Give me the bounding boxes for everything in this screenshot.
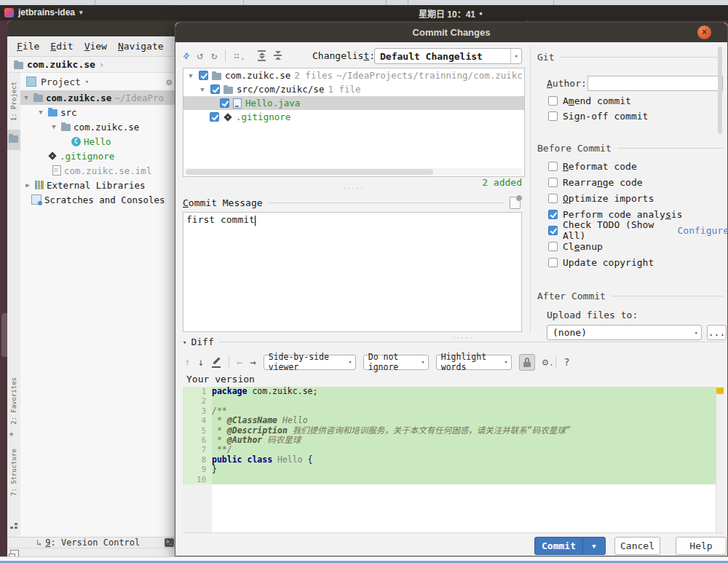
checkbox[interactable]: [548, 242, 558, 251]
diff-editor[interactable]: 1package com.zuikc.se;23/**4 * @ClassNam…: [183, 387, 724, 533]
author-input[interactable]: [587, 76, 723, 91]
collapse-all-icon[interactable]: [274, 51, 282, 60]
commit-changes-dialog: Commit Changes × ⇄ ↺ ↻ ∷ Changelist: Def…: [175, 22, 728, 556]
commit-file-row[interactable]: Hello.java: [183, 96, 524, 110]
app-menu[interactable]: jetbrains-idea ▾: [4, 7, 83, 17]
viewer-mode-combo[interactable]: Side-by-side viewer ▾: [264, 355, 356, 370]
dialog-titlebar[interactable]: Commit Changes ×: [175, 23, 727, 42]
rollback-icon[interactable]: ↺: [197, 50, 202, 61]
checkbox[interactable]: [220, 98, 229, 108]
error-stripe[interactable]: [716, 387, 724, 532]
checkbox[interactable]: [548, 210, 558, 219]
previous-difference-icon[interactable]: ←: [237, 356, 242, 368]
commit-file-row[interactable]: ▼com.zuikc.se2 files~/IdeaProjects/train…: [183, 68, 524, 82]
checkbox[interactable]: [548, 226, 558, 235]
vcs-icon: ↳: [36, 538, 41, 548]
chevron-right-icon[interactable]: ▶: [23, 181, 32, 189]
status-tab--version-control[interactable]: ↳9: Version Control: [36, 538, 140, 548]
splitter-handle[interactable]: ·····: [343, 186, 364, 192]
project-item[interactable]: Scratches and Consoles: [20, 192, 176, 207]
chevron-down-icon[interactable]: ▼: [50, 123, 58, 130]
checkbox[interactable]: [548, 96, 558, 106]
before-commit-option[interactable]: Reformat code: [548, 158, 728, 174]
before-commit-option[interactable]: Rearrange code: [548, 174, 728, 190]
project-item[interactable]: Hello: [20, 134, 176, 149]
message-history-icon[interactable]: [510, 197, 521, 209]
stripe-project-button[interactable]: [7, 130, 20, 150]
checkbox[interactable]: [199, 71, 208, 80]
stripe-project-label[interactable]: 1: Project: [10, 82, 17, 121]
indicator-dot-icon: ●: [479, 10, 483, 17]
whitespace-policy-combo[interactable]: Do not ignore ▾: [363, 355, 429, 370]
checkbox[interactable]: [210, 84, 220, 94]
commit-dropdown-button[interactable]: ▼: [582, 537, 606, 555]
configure-link[interactable]: Configure: [678, 225, 728, 236]
checkbox[interactable]: [548, 258, 558, 267]
menu-navigate[interactable]: Navigate: [118, 41, 164, 52]
code-line: 2: [183, 396, 716, 406]
project-item[interactable]: ▶External Libraries: [20, 178, 176, 192]
edit-icon[interactable]: [211, 357, 221, 368]
chevron-down-icon[interactable]: ▼: [198, 86, 207, 93]
expand-all-icon[interactable]: [258, 50, 266, 61]
changelist-combo[interactable]: Default Changelist ▾: [374, 48, 522, 64]
commit-message-input[interactable]: first commit: [183, 212, 522, 332]
checkbox[interactable]: [210, 112, 219, 122]
horizontal-scrollbar[interactable]: [184, 168, 522, 176]
chevron-down-icon[interactable]: ▼: [186, 72, 195, 79]
folder-icon: [61, 124, 71, 131]
code-line: 1package com.zuikc.se;: [183, 387, 716, 396]
stripe-marker[interactable]: [716, 387, 724, 394]
splitter-handle[interactable]: ·····: [452, 335, 473, 342]
divider: [218, 342, 724, 342]
gear-icon[interactable]: ⚙: [166, 76, 172, 87]
project-item[interactable]: ▼src: [20, 105, 176, 119]
stripe-structure-label[interactable]: 7: Structure: [10, 449, 17, 496]
lock-button[interactable]: [519, 354, 535, 371]
checkbox[interactable]: [548, 194, 558, 203]
commit-file-row[interactable]: .gitignore: [183, 110, 524, 124]
menu-view[interactable]: View: [84, 41, 107, 52]
signoff-commit-option[interactable]: Sign-off commit: [548, 108, 648, 124]
checkbox[interactable]: [548, 162, 558, 171]
class-icon: [71, 137, 81, 146]
vertical-scrollbar[interactable]: [718, 47, 722, 134]
commit-button[interactable]: Commit: [534, 537, 583, 555]
checkbox[interactable]: [548, 111, 558, 121]
chevron-down-icon[interactable]: ▼: [22, 94, 31, 101]
chevron-down-icon[interactable]: ▼: [36, 109, 45, 116]
group-by-icon[interactable]: ∷: [234, 50, 240, 61]
cancel-button[interactable]: Cancel: [614, 537, 660, 555]
help-button[interactable]: Help: [676, 537, 727, 555]
tool-window-stripe: 1: Project 2: Favorites ★ 7: Structure: [7, 73, 21, 537]
project-item[interactable]: com.zuikc.se.iml: [20, 163, 176, 178]
next-difference-icon[interactable]: →: [250, 356, 256, 368]
close-icon[interactable]: ×: [697, 25, 711, 39]
before-commit-option[interactable]: Check TODO (Show All)Configure: [548, 222, 728, 238]
before-commit-option[interactable]: Optimize imports: [548, 190, 728, 206]
move-to-changelist-icon[interactable]: ⇄: [180, 49, 192, 61]
help-icon[interactable]: ?: [563, 356, 569, 368]
commit-file-row[interactable]: ▼src/com/zuikc/se1 file: [183, 82, 524, 96]
project-item[interactable]: ▼com.zuikc.se: [20, 119, 176, 134]
star-icon[interactable]: ★: [9, 428, 14, 438]
project-panel-header[interactable]: Project ▾ ⚙: [20, 73, 176, 90]
project-item[interactable]: .gitignore: [20, 149, 176, 163]
menu-file[interactable]: File: [17, 41, 39, 52]
amend-commit-option[interactable]: Amend commit: [548, 92, 631, 109]
terminal-icon: [165, 538, 174, 547]
menu-edit[interactable]: Edit: [50, 41, 73, 52]
checkbox[interactable]: [548, 178, 558, 187]
next-change-icon[interactable]: ↓: [197, 356, 203, 368]
commit-message-label: Commit Message: [183, 197, 263, 208]
previous-change-icon[interactable]: ↑: [184, 356, 190, 368]
clock[interactable]: 星期日 10：41 ●: [419, 7, 483, 20]
stripe-favorites-label[interactable]: 2: Favorites: [10, 377, 17, 425]
gear-icon[interactable]: ⚙: [542, 356, 548, 368]
project-item[interactable]: ▼com.zuikc.se~/IdeaPro: [20, 90, 176, 105]
structure-icon[interactable]: [10, 523, 17, 529]
highlight-mode-combo[interactable]: Highlight words ▾: [436, 355, 512, 370]
before-commit-option[interactable]: Update copyright: [548, 254, 728, 270]
refresh-icon[interactable]: ↻: [211, 50, 217, 61]
screen: jetbrains-idea ▾ 星期日 10：41 ● FileEditVie…: [0, 0, 728, 563]
